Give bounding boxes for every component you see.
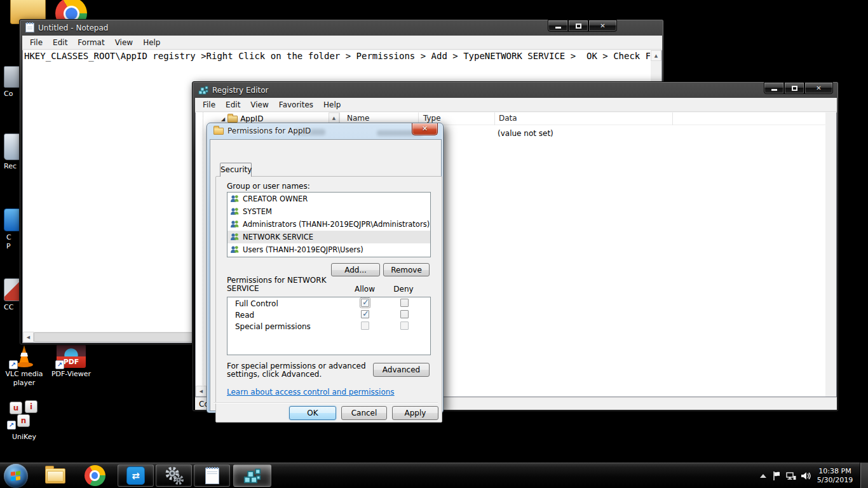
chevron-up-icon xyxy=(760,474,766,478)
tree-expand-icon[interactable]: ◢ xyxy=(221,116,225,122)
speaker-icon xyxy=(800,471,811,481)
menu-file[interactable]: File xyxy=(198,98,220,111)
users-icon xyxy=(230,194,240,203)
notepad-caption-buttons: ✕ xyxy=(548,20,617,32)
column-header-type[interactable]: Type xyxy=(423,114,441,123)
scroll-left-icon[interactable]: ◀ xyxy=(23,332,34,342)
scroll-left-icon[interactable]: ◀ xyxy=(196,386,207,396)
taskbar-explorer-button[interactable] xyxy=(41,464,70,487)
list-item[interactable]: SYSTEM xyxy=(227,205,430,218)
permission-row: Read xyxy=(227,309,430,320)
start-button[interactable] xyxy=(4,464,28,488)
close-button[interactable]: ✕ xyxy=(588,20,617,32)
shortcut-arrow-icon: ↗ xyxy=(7,421,16,430)
dialog-titlebar[interactable]: Permissions for AppID xyxy=(214,126,311,135)
list-item-selected[interactable]: NETWORK SERVICE xyxy=(227,231,430,243)
menu-favorites[interactable]: Favorites xyxy=(274,98,318,111)
regedit-menubar: File Edit View Favorites Help xyxy=(195,98,837,112)
permissions-for-label: Permissions for NETWORK SERVICE xyxy=(227,276,338,293)
list-item[interactable]: Administrators (THANH-2019EQJPR\Administ… xyxy=(227,218,430,231)
allow-checkbox-full-control[interactable] xyxy=(361,299,369,307)
show-hidden-icons-button[interactable] xyxy=(756,474,770,478)
cancel-button[interactable]: Cancel xyxy=(341,406,387,420)
close-button[interactable]: ✕ xyxy=(804,82,833,94)
desktop-icon-label: PDF-Viewer xyxy=(47,370,95,379)
registry-editor-icon xyxy=(243,467,261,485)
regedit-title: Registry Editor xyxy=(212,86,268,95)
clock-time: 10:38 PM xyxy=(815,467,855,476)
deny-checkbox-special-permissions[interactable] xyxy=(400,322,409,330)
group-user-list[interactable]: CREATOR OWNER SYSTEM Administrators (THA… xyxy=(227,192,431,257)
maximize-button[interactable] xyxy=(568,20,588,32)
menu-view[interactable]: View xyxy=(245,98,273,111)
notepad-menubar: File Edit Format View Help xyxy=(22,36,662,50)
scroll-up-icon[interactable]: ▲ xyxy=(651,50,661,61)
add-button[interactable]: Add... xyxy=(331,263,380,276)
windows-logo-icon xyxy=(11,471,21,481)
menu-format[interactable]: Format xyxy=(72,36,109,49)
deny-column-header: Deny xyxy=(390,285,417,294)
action-center-button[interactable] xyxy=(770,471,784,481)
flag-icon xyxy=(772,471,782,481)
gears-icon xyxy=(164,466,184,486)
taskbar-teamviewer-button[interactable]: ⇄ xyxy=(118,464,154,487)
regedit-titlebar[interactable]: Registry Editor xyxy=(193,82,838,98)
taskbar-regedit-button[interactable] xyxy=(233,464,271,487)
learn-link[interactable]: Learn about access control and permissio… xyxy=(227,388,395,396)
users-icon xyxy=(230,245,240,254)
ok-button[interactable]: OK xyxy=(289,406,336,420)
menu-edit[interactable]: Edit xyxy=(48,36,72,49)
values-vertical-scrollbar[interactable] xyxy=(825,112,836,396)
show-desktop-button[interactable] xyxy=(860,463,868,488)
desktop-icon-unikey[interactable]: u i n ↗ UniKey xyxy=(0,400,48,442)
menu-edit[interactable]: Edit xyxy=(220,98,245,111)
allow-column-header: Allow xyxy=(351,285,378,294)
list-item[interactable]: CREATOR OWNER xyxy=(227,193,430,205)
allow-checkbox-special-permissions[interactable] xyxy=(361,322,369,330)
tree-item-label[interactable]: AppID xyxy=(240,114,263,123)
minimize-button[interactable] xyxy=(548,20,568,32)
clock-date: 5/30/2019 xyxy=(815,476,855,485)
menu-help[interactable]: Help xyxy=(138,36,165,49)
minimize-button[interactable] xyxy=(764,82,784,94)
scroll-up-icon[interactable]: ▲ xyxy=(329,112,339,123)
folder-icon xyxy=(214,128,224,135)
volume-button[interactable] xyxy=(798,471,812,481)
allow-checkbox-read[interactable] xyxy=(361,310,369,318)
registry-editor-icon xyxy=(198,85,208,95)
notepad-title: Untitled - Notepad xyxy=(38,24,108,32)
apply-button[interactable]: Apply xyxy=(392,406,438,420)
desktop: { "desktop": { "partial_icon_labels": ["… xyxy=(0,0,868,488)
unikey-icon: u i n ↗ xyxy=(8,400,40,431)
desktop-icon-pdf-viewer[interactable]: PDF ↗ PDF-Viewer xyxy=(47,344,95,379)
notepad-icon xyxy=(205,468,219,484)
network-button[interactable] xyxy=(784,471,798,481)
column-header-data[interactable]: Data xyxy=(499,114,517,123)
dialog-title: Permissions for AppID xyxy=(227,126,311,135)
tree-item-appid[interactable]: ◢ AppID xyxy=(221,114,263,123)
list-item[interactable]: Users (THANH-2019EQJPR\Users) xyxy=(227,243,430,256)
taskbar-chrome-button[interactable] xyxy=(80,464,109,487)
permissions-box: Full Control Read Special permissions xyxy=(227,297,431,355)
menu-file[interactable]: File xyxy=(25,36,48,49)
taskbar-settings-button[interactable] xyxy=(156,464,192,487)
deny-checkbox-read[interactable] xyxy=(400,310,409,318)
dialog-close-button[interactable]: ✕ xyxy=(412,123,438,135)
tab-security[interactable]: Security xyxy=(220,163,252,177)
shortcut-arrow-icon: ↗ xyxy=(9,360,18,369)
folder-icon xyxy=(227,116,238,123)
desktop-icon-label: UniKey xyxy=(0,433,48,442)
menu-help[interactable]: Help xyxy=(318,98,346,111)
menu-view[interactable]: View xyxy=(110,36,138,49)
permission-row: Full Control xyxy=(227,297,430,309)
maximize-button[interactable] xyxy=(784,82,804,94)
column-header-name[interactable]: Name xyxy=(347,114,369,123)
deny-checkbox-full-control[interactable] xyxy=(400,299,409,307)
tray-clock[interactable]: 10:38 PM 5/30/2019 xyxy=(815,467,855,485)
taskbar: ⇄ xyxy=(0,462,868,488)
notepad-text[interactable]: HKEY_CLASSES_ROOT\AppID registry >Right … xyxy=(24,51,650,62)
advanced-button[interactable]: Advanced xyxy=(373,363,430,377)
taskbar-notepad-button[interactable] xyxy=(194,464,230,487)
desktop-icon-vlc[interactable]: ↗ VLC media player xyxy=(0,344,48,388)
remove-button[interactable]: Remove xyxy=(383,263,430,276)
